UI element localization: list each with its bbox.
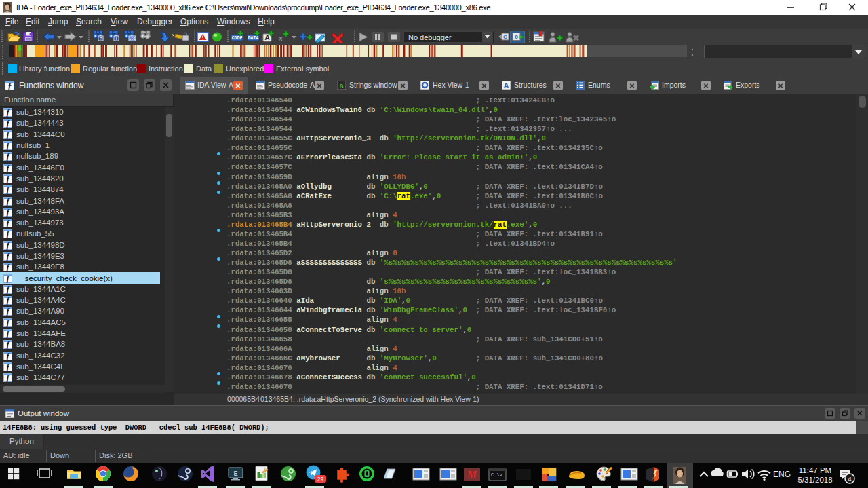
svg-text:#: # (100, 37, 102, 41)
svg-text:s: s (339, 81, 343, 90)
svg-text:11:47 PM: 11:47 PM (799, 466, 831, 474)
svg-text:4: 4 (848, 475, 851, 483)
svg-text:A: A (264, 34, 269, 41)
svg-text:E: E (233, 470, 237, 478)
svg-text:ENG: ENG (773, 470, 791, 479)
svg-text:C:\>: C:\> (491, 472, 502, 478)
svg-text:29: 29 (317, 476, 324, 483)
svg-text:No debugger: No debugger (408, 33, 452, 41)
svg-text:x: x (278, 34, 283, 42)
svg-text:C: C (503, 34, 507, 40)
svg-text:5/31/2018: 5/31/2018 (797, 476, 832, 484)
svg-text:c: c (515, 33, 518, 40)
svg-text:A: A (504, 81, 509, 90)
svg-text:DATA: DATA (248, 36, 259, 41)
svg-text:M: M (467, 469, 477, 481)
svg-text:101: 101 (129, 37, 136, 41)
svg-text:T: T (115, 36, 118, 41)
svg-text:CODE: CODE (232, 36, 243, 41)
